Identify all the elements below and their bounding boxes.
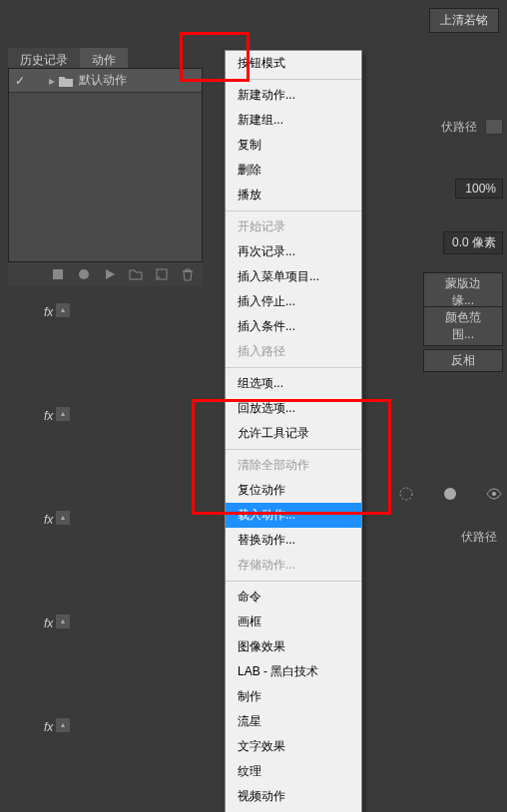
menu-production[interactable]: 制作 (226, 684, 361, 709)
layer-item[interactable]: fx▴ (30, 610, 70, 714)
menu-duplicate[interactable]: 复制 (226, 133, 361, 158)
menu-new-action[interactable]: 新建动作... (226, 83, 361, 108)
menu-start-record[interactable]: 开始记录 (226, 214, 361, 239)
new-set-icon[interactable] (129, 267, 143, 281)
svg-point-4 (444, 488, 456, 500)
menu-textures[interactable]: 纹理 (226, 759, 361, 784)
svg-rect-0 (53, 269, 63, 279)
layers-column: fx▴ fx▴ fx▴ fx▴ fx▴ (30, 299, 70, 812)
menu-lab-bw[interactable]: LAB - 黑白技术 (226, 659, 361, 684)
menu-frames[interactable]: 画框 (226, 609, 361, 634)
menu-text-effects[interactable]: 文字效果 (226, 734, 361, 759)
feather-value[interactable]: 0.0 像素 (443, 231, 503, 254)
scroll-up-icon[interactable]: ▴ (56, 407, 70, 421)
scroll-up-icon[interactable]: ▴ (56, 718, 70, 732)
scroll-up-icon[interactable]: ▴ (56, 303, 70, 317)
fx-badge: fx (44, 409, 53, 423)
check-icon[interactable]: ✓ (13, 74, 27, 88)
load-selection-icon[interactable] (397, 485, 415, 503)
scroll-up-icon[interactable]: ▴ (56, 614, 70, 628)
stop-icon[interactable] (51, 267, 65, 281)
menu-insert-stop[interactable]: 插入停止... (226, 289, 361, 314)
menu-reset-actions[interactable]: 复位动作 (226, 478, 361, 503)
fx-badge: fx (44, 616, 53, 630)
menu-new-set[interactable]: 新建组... (226, 108, 361, 133)
fx-badge: fx (44, 513, 53, 527)
menu-play[interactable]: 播放 (226, 183, 361, 207)
menu-playback-options[interactable]: 回放选项... (226, 396, 361, 421)
layer-item[interactable]: fx▴ (30, 299, 70, 403)
fx-badge: fx (44, 305, 53, 319)
svg-point-1 (79, 269, 89, 279)
menu-separator (226, 449, 361, 450)
add-mask-icon[interactable] (485, 119, 503, 135)
menu-load-actions[interactable]: 载入动作... (226, 503, 361, 528)
menu-replace-actions[interactable]: 替换动作... (226, 528, 361, 553)
menu-commands[interactable]: 命令 (226, 585, 361, 609)
dialog-toggle-icon[interactable] (31, 74, 45, 88)
menu-separator (226, 210, 361, 211)
scroll-up-icon[interactable]: ▴ (56, 511, 70, 525)
fx-badge: fx (44, 720, 53, 734)
trash-icon[interactable] (181, 267, 195, 281)
top-user-button[interactable]: 上清若铭 (429, 8, 499, 33)
actions-panel: ✓ ▸ 默认动作 (8, 68, 203, 262)
layer-item[interactable]: fx▴ (30, 507, 70, 610)
menu-allow-tool-record[interactable]: 允许工具记录 (226, 421, 361, 446)
apply-mask-icon[interactable] (441, 485, 459, 503)
mask-icon-row (397, 485, 503, 503)
menu-video-actions[interactable]: 视频动作 (226, 784, 361, 809)
layer-item[interactable]: fx▴ (30, 403, 70, 507)
play-icon[interactable] (103, 267, 117, 281)
expand-arrow-icon[interactable]: ▸ (49, 74, 55, 88)
menu-separator (226, 581, 361, 582)
invert-button[interactable]: 反相 (423, 349, 503, 372)
menu-clear-all[interactable]: 清除全部动作 (226, 453, 361, 478)
menu-record-again[interactable]: 再次记录... (226, 239, 361, 264)
menu-separator (226, 79, 361, 80)
menu-insert-cond[interactable]: 插入条件... (226, 314, 361, 339)
menu-insert-path[interactable]: 插入路径 (226, 339, 361, 364)
menu-save-actions[interactable]: 存储动作... (226, 553, 361, 578)
menu-image-effects[interactable]: 图像效果 (226, 634, 361, 659)
menu-separator (226, 367, 361, 368)
menu-set-options[interactable]: 组选项... (226, 371, 361, 396)
svg-point-3 (400, 488, 412, 500)
actions-flyout-menu: 按钮模式 新建动作... 新建组... 复制 删除 播放 开始记录 再次记录..… (225, 50, 362, 812)
action-set-name: 默认动作 (79, 72, 198, 89)
menu-meteor[interactable]: 流星 (226, 709, 361, 734)
menu-delete[interactable]: 删除 (226, 158, 361, 183)
actions-toolbar (8, 262, 203, 286)
action-row[interactable]: ✓ ▸ 默认动作 (9, 69, 202, 93)
record-icon[interactable] (77, 267, 91, 281)
right-panel: 伏路径 100% 0.0 像素 蒙版边缘... 颜色范围... 反相 (377, 90, 507, 377)
new-action-icon[interactable] (155, 267, 169, 281)
layer-item[interactable]: fx▴ (30, 714, 70, 812)
path-label: 伏路径 (441, 119, 477, 136)
path-label-2: 伏路径 (461, 529, 497, 546)
menu-insert-menu[interactable]: 插入菜单项目... (226, 264, 361, 289)
eye-icon[interactable] (485, 485, 503, 503)
folder-icon (59, 75, 73, 87)
menu-button-mode[interactable]: 按钮模式 (226, 51, 361, 76)
color-range-button[interactable]: 颜色范围... (423, 306, 503, 346)
svg-point-5 (492, 492, 496, 496)
opacity-value[interactable]: 100% (455, 179, 503, 199)
